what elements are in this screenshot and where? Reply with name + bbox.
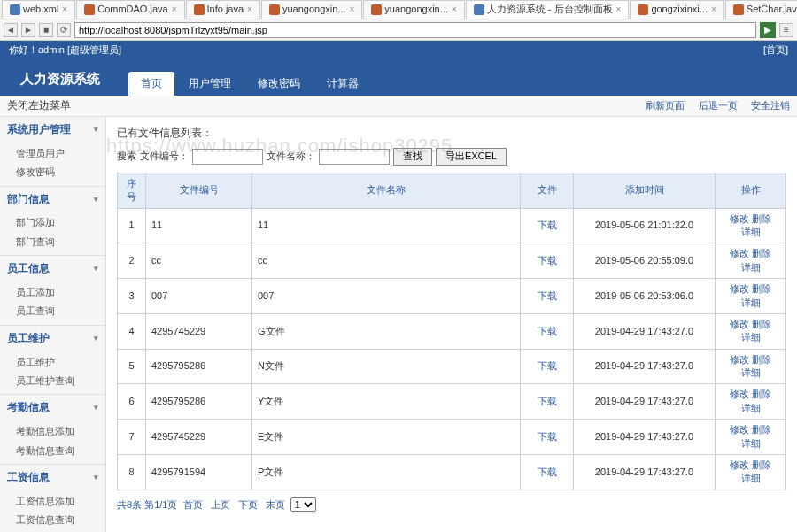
cell-name: cc bbox=[252, 243, 521, 279]
download-link[interactable]: 下载 bbox=[538, 431, 557, 442]
sidebar-item[interactable]: 修改密码 bbox=[0, 163, 105, 181]
pager-last[interactable]: 末页 bbox=[266, 499, 285, 510]
main-tab[interactable]: 修改密码 bbox=[245, 72, 313, 96]
delete-link[interactable]: 删除 bbox=[752, 213, 771, 224]
download-link[interactable]: 下载 bbox=[538, 360, 557, 371]
pager-prev[interactable]: 上页 bbox=[211, 499, 230, 510]
chevron-down-icon: ▾ bbox=[94, 194, 98, 205]
sidebar-item[interactable]: 管理员用户 bbox=[0, 144, 105, 163]
sidebar-item[interactable]: 考勤信息添加 bbox=[0, 422, 105, 441]
download-link[interactable]: 下载 bbox=[538, 255, 557, 266]
detail-link[interactable]: 详细 bbox=[741, 473, 761, 483]
sidebar: 系统用户管理▾管理员用户修改密码部门信息▾部门添加部门查询员工信息▾员工添加员工… bbox=[0, 117, 106, 532]
url-input[interactable] bbox=[74, 22, 756, 38]
download-link[interactable]: 下载 bbox=[538, 466, 557, 477]
sidebar-item[interactable]: 员工维护 bbox=[0, 353, 105, 372]
main-tab[interactable]: 首页 bbox=[128, 72, 174, 96]
close-icon[interactable]: × bbox=[247, 4, 252, 16]
sidebar-group-header[interactable]: 部门信息▾ bbox=[0, 187, 105, 212]
sidebar-item[interactable]: 员工添加 bbox=[0, 283, 105, 302]
search-button[interactable]: 查找 bbox=[393, 148, 432, 166]
cell-no: 007 bbox=[146, 279, 252, 314]
close-icon[interactable]: × bbox=[62, 4, 67, 16]
sidebar-item[interactable]: 部门添加 bbox=[0, 213, 105, 232]
detail-link[interactable]: 详细 bbox=[741, 227, 761, 237]
close-icon[interactable]: × bbox=[616, 4, 622, 16]
close-icon[interactable]: × bbox=[711, 4, 716, 16]
edit-link[interactable]: 修改 bbox=[730, 319, 749, 329]
sidebar-item[interactable]: 员工查询 bbox=[0, 302, 105, 320]
pager-select[interactable]: 1 bbox=[290, 497, 316, 512]
logout-link[interactable]: 安全注销 bbox=[751, 100, 790, 111]
ide-tab[interactable]: CommDAO.java× bbox=[76, 0, 184, 18]
close-icon[interactable]: × bbox=[172, 4, 177, 16]
edit-link[interactable]: 修改 bbox=[730, 354, 749, 365]
edit-link[interactable]: 修改 bbox=[730, 248, 749, 258]
edit-link[interactable]: 修改 bbox=[730, 283, 749, 294]
go-button[interactable]: ▶ bbox=[760, 22, 776, 38]
edit-link[interactable]: 修改 bbox=[730, 459, 749, 470]
delete-link[interactable]: 删除 bbox=[752, 248, 771, 258]
table-row: 64295795286Y文件下载2019-04-29 17:43:27.0修改 … bbox=[118, 384, 786, 420]
ide-tab[interactable]: web.xml× bbox=[2, 0, 75, 18]
detail-link[interactable]: 详细 bbox=[741, 332, 761, 343]
pager-first[interactable]: 首页 bbox=[183, 499, 203, 510]
edit-link[interactable]: 修改 bbox=[730, 213, 749, 224]
sidebar-group-header[interactable]: 考勤信息▾ bbox=[0, 395, 105, 420]
sidebar-item[interactable]: 部门查询 bbox=[0, 233, 105, 251]
back-link[interactable]: 后退一页 bbox=[699, 100, 738, 111]
delete-link[interactable]: 删除 bbox=[752, 459, 771, 470]
ide-tab[interactable]: yuangongxin...× bbox=[363, 0, 464, 18]
nav-refresh-icon[interactable]: ⟳ bbox=[57, 23, 71, 37]
ide-tab[interactable]: SetChar.java× bbox=[725, 0, 797, 18]
ide-tab[interactable]: Info.java× bbox=[186, 0, 260, 18]
ide-tab[interactable]: yuangongxin...× bbox=[261, 0, 362, 18]
detail-link[interactable]: 详细 bbox=[741, 367, 761, 378]
nav-back-icon[interactable]: ◄ bbox=[4, 23, 18, 37]
table-row: 84295791594P文件下载2019-04-29 17:43:27.0修改 … bbox=[118, 455, 786, 490]
download-link[interactable]: 下载 bbox=[538, 290, 557, 301]
download-link[interactable]: 下载 bbox=[538, 220, 557, 230]
detail-link[interactable]: 详细 bbox=[741, 262, 761, 273]
sidebar-group-header[interactable]: 系统用户管理▾ bbox=[0, 117, 105, 143]
collapse-sidebar-link[interactable]: 关闭左边菜单 bbox=[7, 98, 71, 113]
export-excel-button[interactable]: 导出EXCEL bbox=[436, 148, 507, 166]
close-icon[interactable]: × bbox=[452, 4, 457, 16]
delete-link[interactable]: 删除 bbox=[752, 354, 771, 365]
delete-link[interactable]: 删除 bbox=[752, 389, 771, 399]
content-area: 已有文件信息列表： 搜索 文件编号： 文件名称： 查找 导出EXCEL 序号文件… bbox=[106, 117, 797, 532]
data-table: 序号文件编号文件名称文件添加时间操作 11111下载2019-05-06 21:… bbox=[117, 173, 786, 490]
delete-link[interactable]: 删除 bbox=[752, 319, 771, 329]
browser-menu-icon[interactable]: ≡ bbox=[779, 23, 793, 37]
sidebar-group-header[interactable]: 员工维护▾ bbox=[0, 326, 105, 351]
detail-link[interactable]: 详细 bbox=[741, 403, 761, 413]
refresh-link[interactable]: 刷新页面 bbox=[646, 100, 685, 111]
download-link[interactable]: 下载 bbox=[538, 396, 557, 406]
detail-link[interactable]: 详细 bbox=[741, 438, 761, 449]
delete-link[interactable]: 删除 bbox=[752, 283, 771, 294]
sidebar-item[interactable]: 员工维护查询 bbox=[0, 372, 105, 390]
main-tab[interactable]: 计算器 bbox=[314, 72, 371, 96]
download-link[interactable]: 下载 bbox=[538, 326, 557, 336]
edit-link[interactable]: 修改 bbox=[730, 424, 749, 435]
nav-fwd-icon[interactable]: ► bbox=[21, 23, 35, 37]
detail-link[interactable]: 详细 bbox=[741, 297, 761, 308]
sidebar-group-header[interactable]: 工资信息▾ bbox=[0, 465, 105, 490]
ide-tab[interactable]: gongzixinxi...× bbox=[630, 0, 723, 18]
ide-tab[interactable]: 人力资源系统 - 后台控制面板× bbox=[466, 0, 630, 18]
file-icon bbox=[733, 4, 744, 15]
sidebar-group-header[interactable]: 员工信息▾ bbox=[0, 256, 105, 281]
delete-link[interactable]: 删除 bbox=[752, 424, 771, 435]
home-link[interactable]: [首页] bbox=[763, 43, 788, 57]
search-input-no[interactable] bbox=[192, 149, 263, 165]
main-tab[interactable]: 用户管理 bbox=[176, 72, 244, 96]
pager-next[interactable]: 下页 bbox=[238, 499, 258, 510]
sidebar-item[interactable]: 工资信息添加 bbox=[0, 492, 105, 511]
edit-link[interactable]: 修改 bbox=[730, 389, 749, 399]
chevron-down-icon: ▾ bbox=[94, 263, 98, 274]
nav-stop-icon[interactable]: ■ bbox=[39, 23, 53, 37]
sidebar-item[interactable]: 工资信息查询 bbox=[0, 511, 105, 529]
sidebar-item[interactable]: 考勤信息查询 bbox=[0, 442, 105, 460]
close-icon[interactable]: × bbox=[350, 4, 355, 16]
search-input-name[interactable] bbox=[319, 149, 390, 165]
